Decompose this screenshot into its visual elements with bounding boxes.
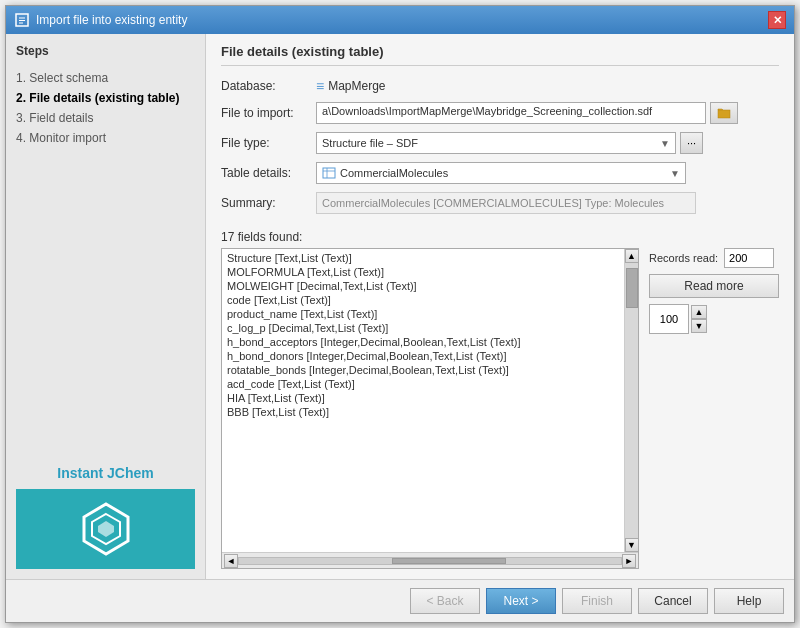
browse-button[interactable] <box>710 102 738 124</box>
summary-row: Summary: CommercialMolecules [COMMERCIAL… <box>221 192 779 214</box>
summary-label: Summary: <box>221 196 316 210</box>
dialog-icon <box>14 12 30 28</box>
step-4-number: 4. <box>16 131 26 145</box>
title-bar-left: Import file into existing entity <box>14 12 187 28</box>
list-item: HIA [Text,List (Text)] <box>222 391 624 405</box>
step-1-label: Select schema <box>29 71 108 85</box>
step-2: 2. File details (existing table) <box>16 88 195 108</box>
svg-marker-6 <box>98 521 114 537</box>
close-button[interactable]: ✕ <box>768 11 786 29</box>
list-item: h_bond_donors [Integer,Decimal,Boolean,T… <box>222 349 624 363</box>
scroll-thumb <box>626 268 638 308</box>
brand-label: Instant JChem <box>57 465 153 481</box>
list-item: rotatable_bonds [Integer,Decimal,Boolean… <box>222 363 624 377</box>
spinner-up-button[interactable]: ▲ <box>691 305 707 319</box>
next-button[interactable]: Next > <box>486 588 556 614</box>
records-read-value: 200 <box>724 248 774 268</box>
scroll-track <box>625 263 639 538</box>
back-button[interactable]: < Back <box>410 588 480 614</box>
content-area: Steps 1. Select schema 2. File details (… <box>6 34 794 579</box>
list-item: acd_code [Text,List (Text)] <box>222 377 624 391</box>
scroll-right-button[interactable]: ► <box>622 554 636 568</box>
fields-inner: Structure [Text,List (Text)]MOLFORMULA [… <box>222 249 638 552</box>
fields-found-label: 17 fields found: <box>221 230 779 244</box>
list-item: code [Text,List (Text)] <box>222 293 624 307</box>
file-input-row: a\Downloads\ImportMapMerge\Maybridge_Scr… <box>316 102 779 124</box>
folder-icon <box>717 107 731 119</box>
table-combo-row: CommercialMolecules ▼ <box>316 162 779 184</box>
help-button[interactable]: Help <box>714 588 784 614</box>
bottom-bar: < Back Next > Finish Cancel Help <box>6 579 794 622</box>
step-2-label: File details (existing table) <box>29 91 179 105</box>
h-scroll-track <box>238 557 622 565</box>
step-4-label: Monitor import <box>29 131 106 145</box>
step-3: 3. Field details <box>16 108 195 128</box>
list-item: MOLFORMULA [Text,List (Text)] <box>222 265 624 279</box>
table-details-label: Table details: <box>221 166 316 180</box>
scroll-left-button[interactable]: ◄ <box>224 554 238 568</box>
list-item: MOLWEIGHT [Decimal,Text,List (Text)] <box>222 279 624 293</box>
read-more-button[interactable]: Read more <box>649 274 779 298</box>
list-item: c_log_p [Decimal,Text,List (Text)] <box>222 321 624 335</box>
vertical-scrollbar[interactable]: ▲ ▼ <box>624 249 638 552</box>
step-4: 4. Monitor import <box>16 128 195 148</box>
fields-list[interactable]: Structure [Text,List (Text)]MOLFORMULA [… <box>222 249 624 552</box>
database-value: ≡ MapMerge <box>316 78 386 94</box>
table-combo[interactable]: CommercialMolecules ▼ <box>316 162 686 184</box>
h-scroll-thumb <box>392 558 507 564</box>
step-1-number: 1. <box>16 71 26 85</box>
fields-list-container: Structure [Text,List (Text)]MOLFORMULA [… <box>221 248 639 569</box>
logo-box <box>16 489 195 569</box>
spinner-buttons: ▲ ▼ <box>691 305 707 333</box>
steps-list: 1. Select schema 2. File details (existi… <box>16 68 195 148</box>
spinner-down-button[interactable]: ▼ <box>691 319 707 333</box>
database-label: Database: <box>221 79 316 93</box>
database-icon: ≡ <box>316 78 324 94</box>
file-to-import-row: File to import: a\Downloads\ImportMapMer… <box>221 102 779 124</box>
file-type-combo[interactable]: Structure file – SDF ▼ <box>316 132 676 154</box>
list-item: product_name [Text,List (Text)] <box>222 307 624 321</box>
fields-section: 17 fields found: Structure [Text,List (T… <box>221 230 779 569</box>
file-type-value: Structure file – SDF <box>322 137 418 149</box>
list-item: Structure [Text,List (Text)] <box>222 251 624 265</box>
scroll-up-button[interactable]: ▲ <box>625 249 639 263</box>
file-type-options-button[interactable]: ··· <box>680 132 703 154</box>
spinner-row: 100 ▲ ▼ <box>649 304 779 334</box>
table-details-row: Table details: CommercialMolecules ▼ <box>221 162 779 184</box>
step-2-number: 2. <box>16 91 26 105</box>
file-path-display: a\Downloads\ImportMapMerge\Maybridge_Scr… <box>316 102 706 124</box>
file-type-label: File type: <box>221 136 316 150</box>
records-read-row: Records read: 200 <box>649 248 779 268</box>
horizontal-scrollbar: ◄ ► <box>222 552 638 568</box>
hexagon-logo-icon <box>76 499 136 559</box>
sidebar-logo-area: Instant JChem <box>16 465 195 569</box>
combo-arrow-icon: ▼ <box>660 138 670 149</box>
file-type-combo-row: Structure file – SDF ▼ ··· <box>316 132 779 154</box>
panel-title: File details (existing table) <box>221 44 779 66</box>
step-1: 1. Select schema <box>16 68 195 88</box>
table-icon <box>322 167 336 179</box>
database-name: MapMerge <box>328 79 385 93</box>
records-read-label: Records read: <box>649 252 718 264</box>
table-value: CommercialMolecules <box>340 167 448 179</box>
file-to-import-label: File to import: <box>221 106 316 120</box>
main-panel: File details (existing table) Database: … <box>206 34 794 579</box>
file-type-row: File type: Structure file – SDF ▼ ··· <box>221 132 779 154</box>
sidebar: Steps 1. Select schema 2. File details (… <box>6 34 206 579</box>
step-3-label: Field details <box>29 111 93 125</box>
import-dialog: Import file into existing entity ✕ Steps… <box>5 5 795 623</box>
fields-content: Structure [Text,List (Text)]MOLFORMULA [… <box>221 248 779 569</box>
list-item: h_bond_acceptors [Integer,Decimal,Boolea… <box>222 335 624 349</box>
steps-title: Steps <box>16 44 195 58</box>
title-bar: Import file into existing entity ✕ <box>6 6 794 34</box>
database-row: Database: ≡ MapMerge <box>221 78 779 94</box>
finish-button[interactable]: Finish <box>562 588 632 614</box>
svg-rect-8 <box>323 168 335 178</box>
summary-value: CommercialMolecules [COMMERCIALMOLECULES… <box>316 192 696 214</box>
list-item: BBB [Text,List (Text)] <box>222 405 624 419</box>
spinner-value: 100 <box>649 304 689 334</box>
scroll-down-button[interactable]: ▼ <box>625 538 639 552</box>
step-3-number: 3. <box>16 111 26 125</box>
cancel-button[interactable]: Cancel <box>638 588 708 614</box>
svg-rect-7 <box>718 110 730 118</box>
